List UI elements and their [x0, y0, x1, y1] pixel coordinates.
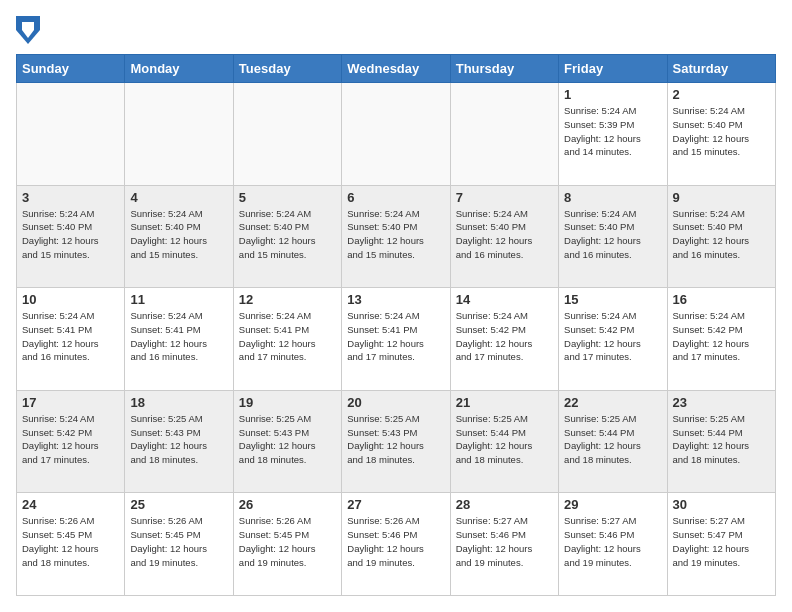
- day-number: 14: [456, 292, 553, 307]
- day-info: Sunrise: 5:24 AMSunset: 5:42 PMDaylight:…: [22, 412, 119, 467]
- day-info: Sunrise: 5:24 AMSunset: 5:42 PMDaylight:…: [564, 309, 661, 364]
- calendar-day-empty: [125, 83, 233, 186]
- day-info: Sunrise: 5:25 AMSunset: 5:43 PMDaylight:…: [239, 412, 336, 467]
- day-info: Sunrise: 5:24 AMSunset: 5:41 PMDaylight:…: [22, 309, 119, 364]
- weekday-header-wednesday: Wednesday: [342, 55, 450, 83]
- calendar-week-row: 3Sunrise: 5:24 AMSunset: 5:40 PMDaylight…: [17, 185, 776, 288]
- day-info: Sunrise: 5:24 AMSunset: 5:40 PMDaylight:…: [673, 104, 770, 159]
- day-number: 12: [239, 292, 336, 307]
- calendar-day-17: 17Sunrise: 5:24 AMSunset: 5:42 PMDayligh…: [17, 390, 125, 493]
- day-number: 17: [22, 395, 119, 410]
- calendar-day-18: 18Sunrise: 5:25 AMSunset: 5:43 PMDayligh…: [125, 390, 233, 493]
- day-info: Sunrise: 5:25 AMSunset: 5:44 PMDaylight:…: [564, 412, 661, 467]
- day-number: 16: [673, 292, 770, 307]
- day-number: 11: [130, 292, 227, 307]
- calendar-day-3: 3Sunrise: 5:24 AMSunset: 5:40 PMDaylight…: [17, 185, 125, 288]
- calendar-day-8: 8Sunrise: 5:24 AMSunset: 5:40 PMDaylight…: [559, 185, 667, 288]
- day-info: Sunrise: 5:25 AMSunset: 5:44 PMDaylight:…: [673, 412, 770, 467]
- page: SundayMondayTuesdayWednesdayThursdayFrid…: [0, 0, 792, 612]
- calendar-day-29: 29Sunrise: 5:27 AMSunset: 5:46 PMDayligh…: [559, 493, 667, 596]
- day-info: Sunrise: 5:26 AMSunset: 5:45 PMDaylight:…: [130, 514, 227, 569]
- day-number: 15: [564, 292, 661, 307]
- calendar-day-23: 23Sunrise: 5:25 AMSunset: 5:44 PMDayligh…: [667, 390, 775, 493]
- day-number: 13: [347, 292, 444, 307]
- day-number: 30: [673, 497, 770, 512]
- calendar-day-9: 9Sunrise: 5:24 AMSunset: 5:40 PMDaylight…: [667, 185, 775, 288]
- day-number: 19: [239, 395, 336, 410]
- day-info: Sunrise: 5:24 AMSunset: 5:41 PMDaylight:…: [347, 309, 444, 364]
- day-info: Sunrise: 5:24 AMSunset: 5:40 PMDaylight:…: [456, 207, 553, 262]
- day-number: 24: [22, 497, 119, 512]
- day-number: 18: [130, 395, 227, 410]
- calendar-week-row: 10Sunrise: 5:24 AMSunset: 5:41 PMDayligh…: [17, 288, 776, 391]
- day-info: Sunrise: 5:24 AMSunset: 5:40 PMDaylight:…: [564, 207, 661, 262]
- calendar-day-10: 10Sunrise: 5:24 AMSunset: 5:41 PMDayligh…: [17, 288, 125, 391]
- day-number: 2: [673, 87, 770, 102]
- day-number: 1: [564, 87, 661, 102]
- calendar-day-26: 26Sunrise: 5:26 AMSunset: 5:45 PMDayligh…: [233, 493, 341, 596]
- calendar-day-11: 11Sunrise: 5:24 AMSunset: 5:41 PMDayligh…: [125, 288, 233, 391]
- calendar-table: SundayMondayTuesdayWednesdayThursdayFrid…: [16, 54, 776, 596]
- calendar-day-6: 6Sunrise: 5:24 AMSunset: 5:40 PMDaylight…: [342, 185, 450, 288]
- day-info: Sunrise: 5:25 AMSunset: 5:44 PMDaylight:…: [456, 412, 553, 467]
- day-number: 22: [564, 395, 661, 410]
- header: [16, 16, 776, 44]
- day-number: 21: [456, 395, 553, 410]
- calendar-week-row: 17Sunrise: 5:24 AMSunset: 5:42 PMDayligh…: [17, 390, 776, 493]
- day-info: Sunrise: 5:26 AMSunset: 5:45 PMDaylight:…: [22, 514, 119, 569]
- day-number: 6: [347, 190, 444, 205]
- weekday-header-tuesday: Tuesday: [233, 55, 341, 83]
- day-info: Sunrise: 5:26 AMSunset: 5:46 PMDaylight:…: [347, 514, 444, 569]
- day-number: 23: [673, 395, 770, 410]
- calendar-week-row: 24Sunrise: 5:26 AMSunset: 5:45 PMDayligh…: [17, 493, 776, 596]
- weekday-header-monday: Monday: [125, 55, 233, 83]
- logo-icon: [16, 16, 40, 44]
- day-info: Sunrise: 5:24 AMSunset: 5:40 PMDaylight:…: [347, 207, 444, 262]
- weekday-header-saturday: Saturday: [667, 55, 775, 83]
- calendar-day-empty: [233, 83, 341, 186]
- calendar-day-15: 15Sunrise: 5:24 AMSunset: 5:42 PMDayligh…: [559, 288, 667, 391]
- day-number: 29: [564, 497, 661, 512]
- calendar-day-empty: [450, 83, 558, 186]
- calendar-day-2: 2Sunrise: 5:24 AMSunset: 5:40 PMDaylight…: [667, 83, 775, 186]
- day-info: Sunrise: 5:24 AMSunset: 5:41 PMDaylight:…: [239, 309, 336, 364]
- day-info: Sunrise: 5:27 AMSunset: 5:47 PMDaylight:…: [673, 514, 770, 569]
- calendar-day-25: 25Sunrise: 5:26 AMSunset: 5:45 PMDayligh…: [125, 493, 233, 596]
- calendar-day-20: 20Sunrise: 5:25 AMSunset: 5:43 PMDayligh…: [342, 390, 450, 493]
- day-number: 3: [22, 190, 119, 205]
- day-number: 4: [130, 190, 227, 205]
- calendar-day-7: 7Sunrise: 5:24 AMSunset: 5:40 PMDaylight…: [450, 185, 558, 288]
- calendar-day-13: 13Sunrise: 5:24 AMSunset: 5:41 PMDayligh…: [342, 288, 450, 391]
- day-number: 28: [456, 497, 553, 512]
- weekday-header-thursday: Thursday: [450, 55, 558, 83]
- calendar-day-12: 12Sunrise: 5:24 AMSunset: 5:41 PMDayligh…: [233, 288, 341, 391]
- calendar-day-21: 21Sunrise: 5:25 AMSunset: 5:44 PMDayligh…: [450, 390, 558, 493]
- day-info: Sunrise: 5:27 AMSunset: 5:46 PMDaylight:…: [564, 514, 661, 569]
- weekday-header-sunday: Sunday: [17, 55, 125, 83]
- day-number: 25: [130, 497, 227, 512]
- calendar-day-empty: [17, 83, 125, 186]
- day-info: Sunrise: 5:27 AMSunset: 5:46 PMDaylight:…: [456, 514, 553, 569]
- calendar-day-5: 5Sunrise: 5:24 AMSunset: 5:40 PMDaylight…: [233, 185, 341, 288]
- day-number: 8: [564, 190, 661, 205]
- day-info: Sunrise: 5:24 AMSunset: 5:40 PMDaylight:…: [673, 207, 770, 262]
- day-info: Sunrise: 5:24 AMSunset: 5:40 PMDaylight:…: [130, 207, 227, 262]
- calendar-day-14: 14Sunrise: 5:24 AMSunset: 5:42 PMDayligh…: [450, 288, 558, 391]
- day-info: Sunrise: 5:25 AMSunset: 5:43 PMDaylight:…: [130, 412, 227, 467]
- weekday-header-friday: Friday: [559, 55, 667, 83]
- calendar-week-row: 1Sunrise: 5:24 AMSunset: 5:39 PMDaylight…: [17, 83, 776, 186]
- day-info: Sunrise: 5:25 AMSunset: 5:43 PMDaylight:…: [347, 412, 444, 467]
- day-number: 7: [456, 190, 553, 205]
- day-number: 27: [347, 497, 444, 512]
- day-number: 5: [239, 190, 336, 205]
- day-number: 9: [673, 190, 770, 205]
- calendar-day-4: 4Sunrise: 5:24 AMSunset: 5:40 PMDaylight…: [125, 185, 233, 288]
- day-info: Sunrise: 5:24 AMSunset: 5:41 PMDaylight:…: [130, 309, 227, 364]
- calendar-day-1: 1Sunrise: 5:24 AMSunset: 5:39 PMDaylight…: [559, 83, 667, 186]
- calendar-day-empty: [342, 83, 450, 186]
- calendar-day-27: 27Sunrise: 5:26 AMSunset: 5:46 PMDayligh…: [342, 493, 450, 596]
- calendar-day-28: 28Sunrise: 5:27 AMSunset: 5:46 PMDayligh…: [450, 493, 558, 596]
- calendar-body: 1Sunrise: 5:24 AMSunset: 5:39 PMDaylight…: [17, 83, 776, 596]
- day-info: Sunrise: 5:24 AMSunset: 5:42 PMDaylight:…: [673, 309, 770, 364]
- day-info: Sunrise: 5:24 AMSunset: 5:39 PMDaylight:…: [564, 104, 661, 159]
